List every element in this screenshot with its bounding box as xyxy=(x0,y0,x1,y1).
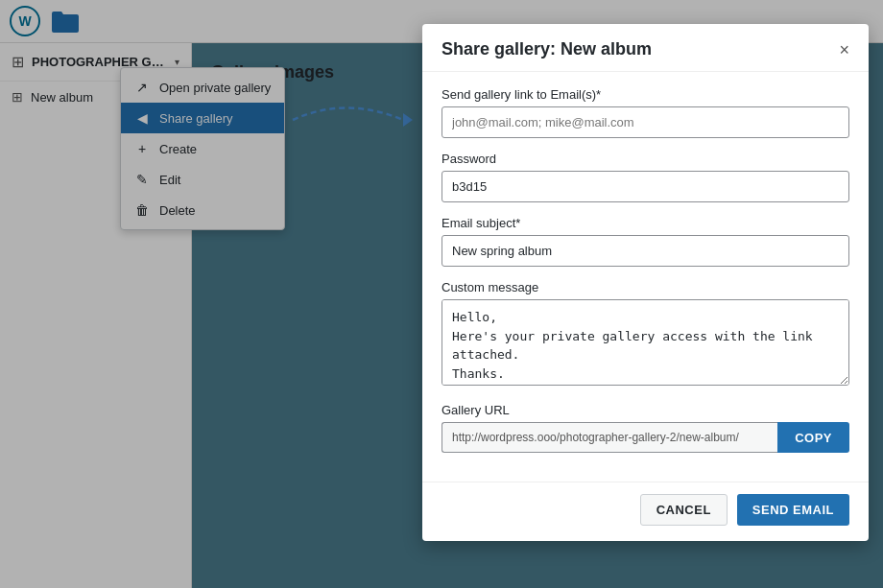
modal-footer: CANCEL SEND EMAIL xyxy=(422,482,869,541)
custom-message-textarea[interactable]: Hello, Here's your private gallery acces… xyxy=(442,299,849,386)
gallery-url-row: COPY xyxy=(442,422,849,453)
modal-title: Share gallery: New album xyxy=(442,39,652,59)
email-label: Send gallery link to Email(s)* xyxy=(442,87,849,102)
gallery-url-label: Gallery URL xyxy=(442,403,849,417)
copy-button[interactable]: COPY xyxy=(777,422,849,453)
password-label: Password xyxy=(442,152,849,166)
custom-message-label: Custom message xyxy=(442,280,849,294)
modal-body: Send gallery link to Email(s)* Password … xyxy=(422,72,869,482)
share-gallery-modal: Share gallery: New album × Send gallery … xyxy=(422,24,869,541)
gallery-url-input[interactable] xyxy=(442,422,777,453)
custom-message-form-group: Custom message Hello, Here's your privat… xyxy=(442,280,849,389)
email-subject-form-group: Email subject* xyxy=(442,216,849,267)
cancel-button[interactable]: CANCEL xyxy=(640,494,728,526)
email-form-group: Send gallery link to Email(s)* xyxy=(442,87,849,138)
password-form-group: Password xyxy=(442,152,849,202)
modal-header: Share gallery: New album × xyxy=(422,24,869,72)
send-email-button[interactable]: SEND EMAIL xyxy=(737,494,849,526)
email-input[interactable] xyxy=(442,106,849,138)
email-subject-label: Email subject* xyxy=(442,216,849,230)
password-input[interactable] xyxy=(442,171,849,202)
email-subject-input[interactable] xyxy=(442,235,849,267)
modal-close-button[interactable]: × xyxy=(839,41,849,59)
gallery-url-form-group: Gallery URL COPY xyxy=(442,403,849,453)
